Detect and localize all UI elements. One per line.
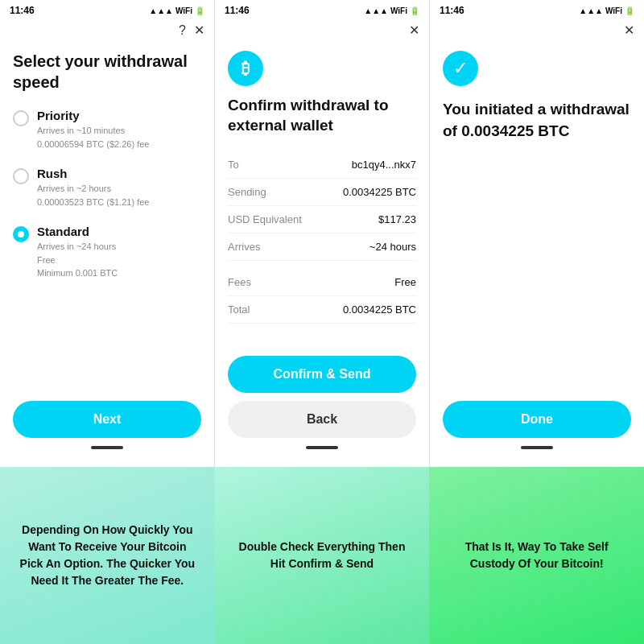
- detail-to: To bc1qy4...nkx7: [228, 151, 416, 179]
- wifi-icon-3: WiFi: [605, 6, 622, 15]
- screen-footer-2: Confirm & Send Back: [215, 348, 429, 467]
- close-icon-1[interactable]: ✕: [194, 23, 204, 38]
- radio-priority[interactable]: [13, 110, 29, 126]
- detail-total-value: 0.0034225 BTC: [343, 303, 416, 316]
- detail-to-label: To: [228, 159, 239, 171]
- home-indicator-1: [91, 446, 123, 449]
- rush-desc: Arrives in ~2 hours0.00003523 BTC ($1.21…: [37, 182, 149, 208]
- option-rush-text: Rush Arrives in ~2 hours0.00003523 BTC (…: [37, 167, 149, 208]
- screen-footer-3: Done: [430, 393, 644, 467]
- detail-fees: Fees Free: [228, 269, 416, 296]
- radio-rush[interactable]: [13, 168, 29, 184]
- done-button[interactable]: Done: [443, 401, 631, 438]
- checkmark-icon: ✓: [443, 51, 478, 86]
- speed-option-standard[interactable]: Standard Arrives in ~24 hoursFreeMinimum…: [13, 225, 201, 280]
- caption-1: Depending On How Quickly You Want To Rec…: [0, 467, 215, 644]
- caption-3: That Is It, Way To Take Self Custody Of …: [429, 467, 644, 644]
- detail-arrives-label: Arrives: [228, 241, 260, 253]
- detail-to-value: bc1qy4...nkx7: [352, 159, 416, 171]
- screen-footer-1: Next: [0, 393, 214, 467]
- detail-sending: Sending 0.0034225 BTC: [228, 179, 416, 206]
- detail-total: Total 0.0034225 BTC: [228, 296, 416, 324]
- status-bar-2: 11:46 ▲▲▲ WiFi 🔋: [215, 0, 429, 19]
- rush-label: Rush: [37, 167, 149, 180]
- screen-content-1: Select your withdrawal speed Priority Ar…: [0, 44, 214, 393]
- time-3: 11:46: [440, 5, 464, 16]
- back-button[interactable]: Back: [228, 401, 416, 438]
- status-icons-3: ▲▲▲ WiFi 🔋: [579, 6, 634, 15]
- status-bar-1: 11:46 ▲▲▲ WiFi 🔋: [0, 0, 214, 19]
- time-2: 11:46: [225, 5, 250, 16]
- screen-success: 11:46 ▲▲▲ WiFi 🔋 ✕ ✓ You initiated a wit…: [430, 0, 644, 467]
- home-indicator-2: [306, 446, 338, 449]
- close-icon-3[interactable]: ✕: [624, 23, 634, 38]
- next-button[interactable]: Next: [13, 401, 201, 438]
- battery-icon: 🔋: [195, 6, 204, 15]
- standard-desc: Arrives in ~24 hoursFreeMinimum 0.001 BT…: [37, 240, 118, 280]
- standard-label: Standard: [37, 225, 118, 238]
- wifi-icon-2: WiFi: [390, 6, 407, 15]
- screen-title-1: Select your withdrawal speed: [13, 51, 201, 93]
- captions-row: Depending On How Quickly You Want To Rec…: [0, 467, 644, 644]
- battery-icon-2: 🔋: [410, 6, 419, 15]
- status-icons-1: ▲▲▲ WiFi 🔋: [149, 6, 204, 15]
- signal-icon-3: ▲▲▲: [579, 6, 603, 15]
- detail-usd-label: USD Equivalent: [228, 213, 302, 225]
- option-priority-text: Priority Arrives in ~10 minutes0.0000659…: [37, 109, 149, 151]
- detail-sending-label: Sending: [228, 186, 266, 198]
- bitcoin-icon: ₿: [228, 51, 263, 86]
- priority-label: Priority: [37, 109, 149, 122]
- detail-arrives: Arrives ~24 hours: [228, 233, 416, 261]
- detail-total-label: Total: [228, 303, 250, 316]
- signal-icon: ▲▲▲: [149, 6, 173, 15]
- help-icon[interactable]: ?: [179, 23, 186, 38]
- detail-arrives-value: ~24 hours: [369, 241, 416, 253]
- confirm-send-button[interactable]: Confirm & Send: [228, 356, 416, 393]
- success-title: You initiated a withdrawal of 0.0034225 …: [443, 99, 631, 142]
- speed-option-priority[interactable]: Priority Arrives in ~10 minutes0.0000659…: [13, 109, 201, 151]
- detail-fees-label: Fees: [228, 276, 251, 288]
- screen-content-2: ₿ Confirm withdrawal to external wallet …: [215, 44, 429, 348]
- wifi-icon: WiFi: [175, 6, 192, 15]
- detail-usd-value: $117.23: [378, 213, 416, 225]
- caption-2: Double Check Everything Then Hit Confirm…: [215, 467, 430, 644]
- signal-icon-2: ▲▲▲: [364, 6, 388, 15]
- radio-standard[interactable]: [13, 226, 29, 242]
- time-1: 11:46: [10, 5, 35, 16]
- speed-option-rush[interactable]: Rush Arrives in ~2 hours0.00003523 BTC (…: [13, 167, 201, 208]
- close-icon-2[interactable]: ✕: [409, 23, 419, 38]
- detail-sending-value: 0.0034225 BTC: [343, 186, 416, 198]
- battery-icon-3: 🔋: [625, 6, 634, 15]
- screen-header-3: ✕: [430, 19, 644, 44]
- home-indicator-3: [521, 446, 553, 449]
- detail-usd: USD Equivalent $117.23: [228, 206, 416, 233]
- confirm-title: Confirm withdrawal to external wallet: [228, 96, 416, 135]
- priority-desc: Arrives in ~10 minutes0.00006594 BTC ($2…: [37, 124, 149, 151]
- screen-header-1: ? ✕: [0, 19, 214, 44]
- screen-confirm-withdrawal: 11:46 ▲▲▲ WiFi 🔋 ✕ ₿ Confirm withdrawal …: [215, 0, 430, 467]
- screen-header-2: ✕: [215, 19, 429, 44]
- status-bar-3: 11:46 ▲▲▲ WiFi 🔋: [430, 0, 644, 19]
- screen-content-3: ✓ You initiated a withdrawal of 0.003422…: [430, 44, 644, 393]
- status-icons-2: ▲▲▲ WiFi 🔋: [364, 6, 419, 15]
- option-standard-text: Standard Arrives in ~24 hoursFreeMinimum…: [37, 225, 118, 280]
- screen-withdrawal-speed: 11:46 ▲▲▲ WiFi 🔋 ? ✕ Select your withdra…: [0, 0, 215, 467]
- detail-fees-value: Free: [394, 276, 416, 288]
